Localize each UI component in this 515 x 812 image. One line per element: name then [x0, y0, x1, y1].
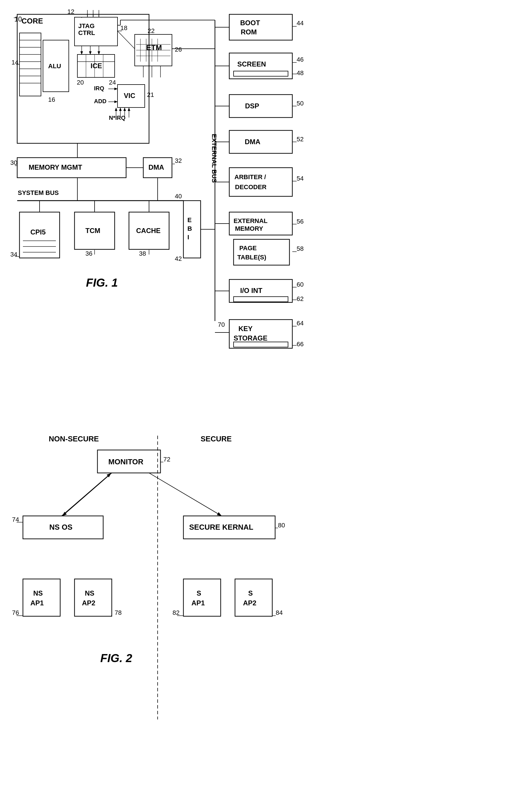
svg-text:AP1: AP1 — [30, 599, 44, 607]
svg-text:TABLE(S): TABLE(S) — [237, 254, 266, 261]
svg-text:DSP: DSP — [245, 102, 259, 110]
svg-text:DMA: DMA — [148, 163, 164, 171]
svg-text:38: 38 — [139, 250, 146, 257]
svg-text:42: 42 — [175, 255, 182, 262]
fig1-label: FIG. 1 — [86, 276, 118, 289]
svg-line-185 — [62, 474, 110, 516]
svg-text:KEY: KEY — [238, 325, 253, 332]
svg-rect-195 — [75, 579, 112, 616]
svg-text:30: 30 — [10, 159, 17, 166]
ns-os-label: NS OS — [49, 523, 73, 531]
svg-text:58: 58 — [296, 245, 304, 252]
svg-text:16: 16 — [48, 96, 55, 103]
svg-text:70: 70 — [218, 321, 225, 328]
svg-text:VIC: VIC — [124, 92, 135, 99]
svg-rect-156 — [234, 342, 288, 347]
svg-text:DMA: DMA — [245, 138, 260, 146]
svg-text:DECODER: DECODER — [235, 183, 266, 191]
svg-text:SYSTEM BUS: SYSTEM BUS — [18, 189, 59, 196]
svg-text:ARBITER /: ARBITER / — [234, 173, 266, 180]
svg-text:78: 78 — [115, 609, 121, 616]
svg-text:26: 26 — [175, 46, 182, 53]
svg-text:21: 21 — [147, 91, 154, 98]
svg-text:I/O INT: I/O INT — [240, 287, 262, 294]
svg-rect-205 — [235, 579, 272, 616]
svg-rect-22 — [20, 33, 41, 96]
svg-text:54: 54 — [296, 175, 304, 182]
svg-text:44: 44 — [296, 20, 304, 27]
svg-text:CPI5: CPI5 — [30, 228, 46, 236]
svg-text:EXTERNAL BUS: EXTERNAL BUS — [211, 134, 218, 183]
svg-line-189 — [149, 473, 221, 515]
svg-rect-151 — [229, 320, 292, 348]
svg-text:MEMORY: MEMORY — [235, 225, 263, 232]
svg-text:ALU: ALU — [48, 62, 61, 70]
monitor-label: MONITOR — [108, 458, 144, 466]
svg-text:60: 60 — [296, 281, 304, 288]
svg-text:NS: NS — [85, 589, 94, 597]
svg-text:E: E — [188, 216, 192, 224]
svg-text:24: 24 — [109, 79, 116, 86]
svg-rect-102 — [229, 14, 292, 40]
svg-text:80: 80 — [278, 522, 285, 529]
svg-text:12: 12 — [67, 8, 74, 15]
svg-text:10: 10 — [14, 15, 22, 23]
svg-text:STORAGE: STORAGE — [234, 334, 267, 342]
fig2-label: FIG. 2 — [100, 652, 132, 664]
svg-rect-138 — [234, 239, 289, 265]
svg-text:S: S — [197, 589, 201, 597]
svg-text:EXTERNAL: EXTERNAL — [234, 217, 268, 225]
svg-rect-190 — [23, 579, 60, 616]
svg-text:84: 84 — [276, 609, 283, 616]
svg-rect-200 — [183, 579, 221, 616]
svg-rect-126 — [229, 168, 292, 196]
svg-rect-148 — [234, 297, 288, 302]
svg-rect-112 — [234, 71, 288, 76]
svg-text:36: 36 — [85, 250, 92, 257]
svg-text:PAGE: PAGE — [239, 244, 257, 252]
svg-text:MEMORY MGMT: MEMORY MGMT — [29, 163, 82, 171]
svg-text:CTRL: CTRL — [78, 29, 95, 36]
svg-text:AP1: AP1 — [192, 599, 205, 607]
svg-text:ROM: ROM — [241, 28, 257, 36]
svg-text:82: 82 — [173, 609, 179, 616]
svg-text:S: S — [248, 589, 253, 597]
svg-text:ICE: ICE — [91, 62, 102, 70]
svg-text:NS: NS — [33, 589, 43, 597]
svg-text:18: 18 — [120, 24, 127, 31]
svg-rect-91 — [183, 201, 201, 258]
svg-text:SCREEN: SCREEN — [237, 60, 266, 68]
page: { "fig1": { "label": "FIG. 1", "componen… — [0, 0, 515, 812]
svg-text:56: 56 — [296, 218, 304, 225]
svg-text:46: 46 — [296, 56, 304, 63]
svg-text:N*IRQ: N*IRQ — [109, 115, 125, 121]
svg-text:ADD: ADD — [94, 98, 106, 104]
svg-line-59 — [117, 31, 135, 49]
svg-text:BOOT: BOOT — [240, 19, 260, 27]
secure-label: SECURE — [201, 435, 232, 443]
svg-text:CACHE: CACHE — [136, 227, 161, 234]
svg-text:TCM: TCM — [85, 227, 100, 234]
svg-text:I: I — [188, 234, 189, 241]
secure-kernal-label: SECURE KERNAL — [189, 523, 253, 531]
svg-text:14: 14 — [11, 59, 18, 66]
svg-line-184 — [63, 473, 112, 515]
svg-text:JTAG: JTAG — [78, 22, 94, 30]
svg-text:32: 32 — [175, 157, 182, 164]
svg-text:AP2: AP2 — [243, 599, 257, 607]
svg-text:48: 48 — [296, 69, 304, 77]
svg-text:76: 76 — [12, 609, 19, 616]
non-secure-label: NON-SECURE — [49, 435, 99, 443]
svg-rect-116 — [229, 94, 292, 117]
svg-text:AP2: AP2 — [82, 599, 95, 607]
svg-text:62: 62 — [296, 295, 304, 302]
svg-text:20: 20 — [77, 79, 84, 86]
svg-text:34: 34 — [10, 251, 17, 258]
fig2-diagram: NON-SECURE SECURE MONITOR 72 NS OS 74 SE… — [6, 418, 510, 803]
svg-text:72: 72 — [163, 456, 170, 463]
svg-rect-121 — [229, 130, 292, 153]
svg-text:40: 40 — [175, 193, 182, 200]
fig1-diagram: CORE 10 12 JTAG CTRL 18 ETM 22 26 ALU 14… — [6, 6, 510, 407]
svg-text:B: B — [188, 225, 192, 232]
svg-text:22: 22 — [148, 27, 154, 34]
